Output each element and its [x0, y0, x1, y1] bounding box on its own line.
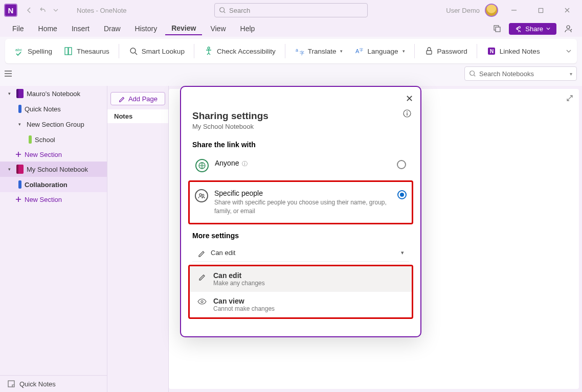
search-notebooks-box[interactable]: Search Notebooks ▾: [464, 66, 577, 81]
minimize-button[interactable]: [503, 3, 525, 18]
note-icon: [7, 380, 15, 388]
ribbon-smart-lookup-button[interactable]: Smart Lookup: [124, 44, 189, 58]
svg-text:a: a: [296, 48, 298, 53]
tab-history[interactable]: History: [129, 22, 164, 35]
ribbon-translate-label: Translate: [308, 48, 337, 55]
ribbon-language-label: Language: [367, 48, 398, 55]
section-quick-notes[interactable]: Quick Notes: [0, 101, 107, 117]
expand-icon[interactable]: [566, 94, 574, 102]
ribbon-accessibility-label: Check Accessibility: [217, 48, 276, 55]
ribbon-password-button[interactable]: Password: [420, 44, 472, 58]
svg-point-0: [220, 8, 225, 12]
permission-option-can-view[interactable]: Can view Cannot make changes: [190, 292, 412, 317]
svg-rect-3: [496, 27, 500, 32]
add-page-button[interactable]: Add Page: [110, 92, 165, 105]
notebook-icon: [16, 165, 24, 174]
dialog-title: Sharing settings: [192, 110, 409, 122]
permission-select-value: Can edit: [211, 249, 235, 257]
section-collaboration[interactable]: Collaboration: [0, 177, 107, 192]
chevron-down-icon: ▾: [570, 71, 572, 77]
share-option-anyone[interactable]: Anyone ⓘ: [192, 154, 409, 177]
title-bar: N Notes - OneNote Search User Demo: [0, 0, 582, 20]
tab-draw[interactable]: Draw: [98, 22, 127, 35]
section-group-item[interactable]: ▾ New Section Group: [0, 117, 107, 132]
section-icon: [18, 105, 21, 113]
plus-icon: [15, 196, 21, 202]
undo-button[interactable]: [36, 4, 49, 17]
ribbon-password-label: Password: [437, 48, 467, 55]
navigation-toggle-button[interactable]: [3, 68, 13, 79]
nav-back-button[interactable]: [23, 4, 36, 17]
ribbon-linked-notes-button[interactable]: N Linked Notes: [482, 44, 544, 58]
ribbon-thesaurus-button[interactable]: Thesaurus: [59, 44, 114, 58]
notebook-item-mauros[interactable]: ▾ Mauro's Notebook: [0, 86, 107, 101]
ribbon-spelling-button[interactable]: abc Spelling: [10, 44, 56, 58]
tab-help[interactable]: Help: [234, 22, 261, 35]
highlight-permission-options: Can edit Make any changes Can view Canno…: [188, 265, 413, 319]
ribbon-thesaurus-label: Thesaurus: [77, 48, 109, 55]
tab-review[interactable]: Review: [165, 22, 202, 35]
tab-file[interactable]: File: [6, 22, 30, 35]
translate-icon: a字: [295, 46, 305, 56]
notebook-icon: [16, 89, 24, 98]
search-notebooks-placeholder: Search Notebooks: [479, 70, 534, 78]
open-in-new-window-button[interactable]: [489, 21, 505, 36]
secondary-bar: Search Notebooks ▾: [0, 65, 582, 84]
tab-view[interactable]: View: [204, 22, 232, 35]
section-school[interactable]: School: [0, 132, 107, 147]
radio-specific-people[interactable]: [397, 190, 407, 199]
svg-rect-7: [69, 48, 72, 55]
eye-icon: [197, 298, 207, 305]
qat-more-button[interactable]: [49, 4, 62, 17]
permission-select[interactable]: Can edit ▾: [192, 245, 409, 262]
user-name-label: User Demo: [446, 7, 480, 14]
share-option-specific-people[interactable]: Specific people Share with specific peop…: [192, 184, 410, 221]
tab-home[interactable]: Home: [32, 22, 63, 35]
sidebar-footer-quick-notes[interactable]: Quick Notes: [0, 375, 107, 392]
chevron-down-icon: ▾: [8, 167, 13, 172]
svg-rect-21: [407, 113, 407, 116]
profile-pane-button[interactable]: [561, 21, 576, 36]
notebook-item-school[interactable]: ▾ My School Notebook: [0, 162, 107, 177]
radio-anyone[interactable]: [397, 160, 406, 169]
section-label: School: [35, 136, 55, 144]
pages-panel: Add Page Notes: [107, 86, 169, 392]
tab-insert[interactable]: Insert: [65, 22, 96, 35]
dialog-close-button[interactable]: ✕: [406, 93, 413, 104]
svg-point-4: [567, 26, 570, 29]
svg-rect-1: [539, 8, 543, 12]
ribbon-overflow-button[interactable]: [566, 48, 572, 54]
svg-point-24: [202, 194, 204, 196]
page-item-notes[interactable]: Notes: [107, 109, 168, 123]
onenote-icon: N: [486, 46, 497, 56]
svg-point-17: [470, 71, 475, 76]
svg-point-20: [407, 111, 408, 112]
window-title: Notes - OneNote: [77, 7, 127, 14]
chevron-down-icon: ▾: [340, 49, 343, 54]
title-search-box[interactable]: Search: [214, 3, 368, 17]
can-view-title: Can view: [213, 297, 275, 305]
info-icon[interactable]: [403, 109, 411, 118]
add-page-label: Add Page: [128, 95, 158, 103]
language-icon: A字: [354, 46, 364, 56]
new-section-button-1[interactable]: New Section: [0, 147, 107, 162]
share-button[interactable]: Share: [509, 23, 556, 35]
user-avatar[interactable]: [485, 4, 498, 17]
ribbon-accessibility-button[interactable]: Check Accessibility: [199, 44, 280, 58]
svg-point-23: [199, 194, 202, 196]
ribbon-language-button[interactable]: A字 Language ▾: [350, 44, 409, 58]
specific-people-title: Specific people: [214, 189, 391, 197]
sharing-settings-dialog: ✕ Sharing settings My School Notebook Sh…: [180, 86, 421, 337]
close-button[interactable]: [556, 3, 578, 18]
share-link-with-label: Share the link with: [192, 141, 409, 149]
ribbon-translate-button[interactable]: a字 Translate ▾: [290, 44, 347, 58]
maximize-button[interactable]: [530, 3, 551, 18]
smart-lookup-icon: [128, 47, 139, 56]
search-icon: [469, 70, 476, 77]
footer-quick-notes-label: Quick Notes: [19, 380, 56, 388]
permission-option-can-edit[interactable]: Can edit Make any changes: [190, 266, 412, 292]
lock-icon: [424, 47, 434, 56]
share-option-anyone-label: Anyone: [215, 159, 239, 167]
ribbon-linked-notes-label: Linked Notes: [500, 48, 540, 55]
new-section-button-2[interactable]: New Section: [0, 192, 107, 206]
